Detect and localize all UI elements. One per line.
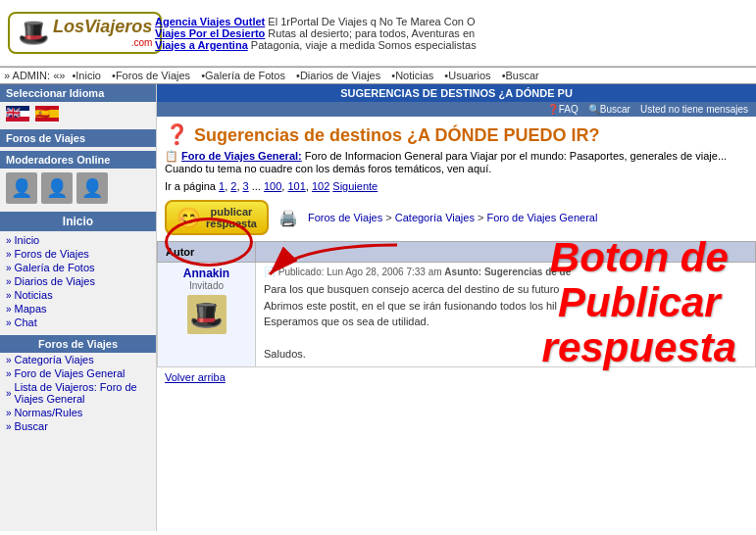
sidebar-foros-section-header: Foros de Viajes	[0, 335, 156, 353]
ad-text-2: Rutas al desierto; para todos, Aventuras…	[265, 27, 475, 39]
page-siguiente[interactable]: Siguiente	[332, 180, 378, 192]
logo-area: 🎩 LosViajeros .com	[8, 12, 145, 54]
sidebar-item-foroviajes[interactable]: »Foro de Viajes General	[0, 366, 156, 380]
sidebar-item-galeria[interactable]: »Galería de Fotos	[0, 261, 156, 274]
author-avatar: 🎩	[187, 295, 227, 334]
author-cell: Annakin Invitado 🎩	[158, 263, 256, 367]
nav-item-usuarios[interactable]: •Usuarios	[444, 70, 490, 81]
mod-avatars: 👤 👤 👤	[0, 169, 156, 208]
ad-item-3: Viajes a Argentina Patagonia, viaje a me…	[155, 39, 748, 51]
post-body: Para los que busquen consejo acerca del …	[264, 281, 747, 363]
page-102[interactable]: 102	[312, 180, 329, 192]
mod-avatar-3: 👤	[76, 172, 108, 204]
sidebar-lang-header: Seleccionar Idioma	[0, 84, 156, 102]
ad-link-3[interactable]: Viajes a Argentina	[155, 39, 248, 51]
logo-text: LosViajeros	[53, 18, 152, 37]
sidebar-item-normas[interactable]: »Normas/Rules	[0, 406, 156, 419]
sidebar: Seleccionar Idioma 🇬🇧 🇪🇸 Foros de Viajes…	[0, 84, 157, 531]
volver-arriba: Volver arriba	[157, 367, 756, 387]
ad-link-2[interactable]: Viajes Por el Desierto	[155, 27, 265, 39]
post-header: 📄 Publicado: Lun Ago 28, 2006 7:33 am As…	[264, 267, 747, 277]
ad-link-1[interactable]: Agencia Viajes Outlet	[155, 16, 265, 27]
table-header-post	[256, 242, 756, 263]
publish-button[interactable]: 😊 publicarrespuesta	[165, 200, 269, 235]
volver-arriba-link[interactable]: Volver arriba	[165, 371, 226, 383]
foro-icon: 📋	[165, 150, 178, 162]
page-101[interactable]: 101	[287, 180, 305, 192]
nav-item-diarios[interactable]: •Diarios de Viajes	[296, 70, 380, 81]
thread-title: ❓ Sugerencias de destinos ¿A DÓNDE PUEDO…	[157, 117, 756, 150]
ad-text-3: Patagonia, viaje a medida Somos especial…	[248, 39, 477, 51]
foro-desc: 📋 Foro de Viajes General: Foro de Inform…	[157, 150, 756, 178]
nav-item-noticias[interactable]: •Noticias	[391, 70, 433, 81]
nav-item-foros[interactable]: •Foros de Viajes	[112, 70, 190, 81]
sidebar-foros-header: Foros de Viajes	[0, 129, 156, 147]
nav-item-galeria[interactable]: •Galería de Fotos	[201, 70, 285, 81]
print-icon[interactable]: 🖨️	[278, 209, 298, 227]
post-asunto: Asunto: Sugerencias de de	[444, 267, 571, 277]
buscar-link[interactable]: 🔍Buscar	[588, 104, 630, 115]
breadcrumb-foros[interactable]: Foros de Viajes	[308, 212, 382, 223]
sidebar-foros-links: »Categoría Viajes »Foro de Viajes Genera…	[0, 353, 156, 433]
author-name: Annakin	[166, 267, 247, 280]
page-100[interactable]: 100	[264, 180, 281, 192]
sidebar-item-noticias[interactable]: »Noticias	[0, 288, 156, 302]
sidebar-inicio-header: Inicio	[0, 212, 156, 231]
sidebar-item-inicio[interactable]: »Inicio	[0, 233, 156, 247]
thread-title-text: Sugerencias de destinos ¿A DÓNDE PUEDO I…	[194, 125, 599, 145]
faq-link[interactable]: ❓FAQ	[547, 104, 579, 115]
sidebar-item-mapas[interactable]: »Mapas	[0, 302, 156, 316]
sidebar-item-lista[interactable]: »Lista de Viajeros: Foro de Viajes Gener…	[0, 380, 156, 406]
post-cell: 📄 Publicado: Lun Ago 28, 2006 7:33 am As…	[256, 263, 756, 367]
ad-item-1: Agencia Viajes Outlet El 1rPortal De Via…	[155, 16, 748, 27]
ad-text-1: El 1rPortal De Viajes q No Te Marea Con …	[265, 16, 475, 27]
nav-item-buscar[interactable]: •Buscar	[502, 70, 539, 81]
logo-box: 🎩 LosViajeros .com	[8, 12, 162, 54]
foro-desc-link[interactable]: Foro de Viajes General:	[181, 150, 302, 162]
sidebar-item-diarios[interactable]: »Diarios de Viajes	[0, 274, 156, 288]
page-1[interactable]: 1	[219, 180, 225, 192]
nav-separator: «»	[53, 70, 68, 81]
publish-area: 😊 publicarrespuesta 🖨️ Foros de Viajes >…	[157, 194, 756, 241]
sidebar-moderadores-header: Moderadores Online	[0, 151, 156, 169]
sidebar-item-categoria[interactable]: »Categoría Viajes	[0, 353, 156, 366]
flag-row: 🇬🇧 🇪🇸	[0, 102, 156, 125]
breadcrumb: Foros de Viajes > Categoría Viajes > For…	[308, 212, 597, 223]
question-icon: ❓	[165, 123, 189, 145]
top-banner: 🎩 LosViajeros .com Agencia Viajes Outlet…	[0, 0, 756, 67]
sidebar-item-buscar[interactable]: »Buscar	[0, 419, 156, 433]
page-3[interactable]: 3	[243, 180, 249, 192]
pagination-text: Ir a página	[165, 180, 219, 192]
main-layout: Seleccionar Idioma 🇬🇧 🇪🇸 Foros de Viajes…	[0, 84, 756, 531]
sidebar-item-chat[interactable]: »Chat	[0, 316, 156, 329]
post-date: Publicado: Lun Ago 28, 2006 7:33 am	[278, 267, 442, 277]
admin-label: » ADMIN:	[4, 70, 50, 81]
author-role: Invitado	[166, 280, 247, 291]
sidebar-links: »Inicio »Foros de Viajes »Galería de Fot…	[0, 231, 156, 331]
logo-com: .com	[53, 37, 152, 48]
nav-item-inicio[interactable]: •Inicio	[72, 70, 101, 81]
pagination-top: Ir a página 1, 2, 3 ... 100, 101, 102 Si…	[157, 178, 756, 194]
flag-es[interactable]: 🇪🇸	[35, 106, 59, 122]
posts-table: Autor Annakin Invitado 🎩 📄	[157, 241, 756, 367]
publish-smiley-icon: 😊	[176, 206, 201, 229]
page-2[interactable]: 2	[230, 180, 236, 192]
table-header-autor: Autor	[158, 242, 256, 263]
post-icon: 📄	[264, 267, 276, 277]
breadcrumb-general[interactable]: Foro de Viajes General	[486, 212, 597, 223]
ads-area: Agencia Viajes Outlet El 1rPortal De Via…	[155, 16, 748, 51]
sidebar-item-foros[interactable]: »Foros de Viajes	[0, 247, 156, 261]
content-subheader: ❓FAQ 🔍Buscar Usted no tiene mensajes	[157, 102, 756, 117]
table-row: Annakin Invitado 🎩 📄 Publicado: Lun Ago …	[158, 263, 756, 367]
logo-hat-icon: 🎩	[18, 18, 49, 48]
breadcrumb-categoria[interactable]: Categoría Viajes	[395, 212, 475, 223]
content-header: SUGERENCIAS DE DESTINOS ¿A DÓNDE PU	[157, 84, 756, 102]
mod-avatar-1: 👤	[6, 172, 37, 204]
mensajes-status: Usted no tiene mensajes	[640, 104, 748, 115]
publish-btn-label: publicarrespuesta	[206, 206, 257, 229]
content-area: SUGERENCIAS DE DESTINOS ¿A DÓNDE PU ❓FAQ…	[157, 84, 756, 531]
ad-item-2: Viajes Por el Desierto Rutas al desierto…	[155, 27, 748, 39]
nav-bar: » ADMIN: «» •Inicio •Foros de Viajes •Ga…	[0, 67, 756, 84]
mod-avatar-2: 👤	[41, 172, 73, 204]
flag-uk[interactable]: 🇬🇧	[6, 106, 29, 122]
